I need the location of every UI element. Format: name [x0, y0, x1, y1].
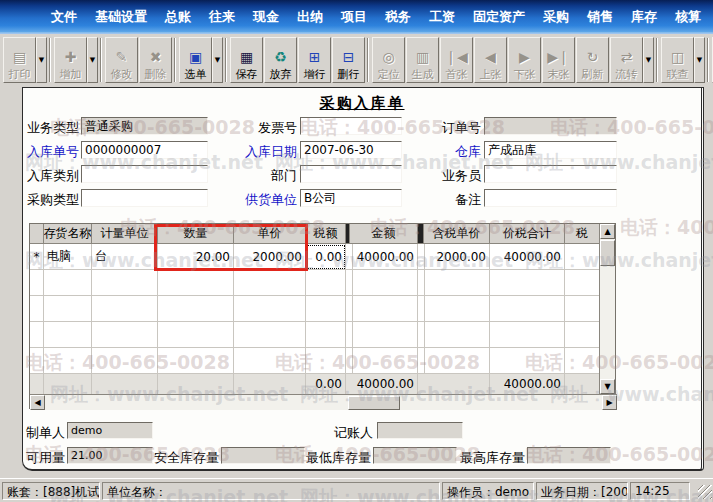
print-dropdown-arrow-icon[interactable]: ▼ [36, 37, 47, 83]
cell-qty[interactable]: 20.00 [158, 244, 234, 270]
add-button[interactable]: ✚增加 [54, 37, 87, 83]
available-qty-field[interactable] [67, 447, 153, 464]
remark-field[interactable] [484, 189, 617, 207]
linked-query-icon: ◫ [671, 46, 684, 68]
scroll-up-button[interactable]: ▲ [600, 224, 615, 239]
menubar-item-8[interactable]: 工资 [420, 6, 464, 28]
supplier-field[interactable] [300, 189, 402, 207]
salesperson-label: 业务员 [417, 167, 481, 185]
menubar-item-2[interactable]: 总账 [156, 6, 200, 28]
cell-tax[interactable]: 0.00 [306, 244, 346, 270]
row-marker-cell: * [30, 244, 44, 270]
safety-stock-field[interactable] [221, 447, 305, 464]
vertical-scroll-thumb[interactable] [600, 240, 615, 266]
edit-icon: ✎ [116, 46, 128, 68]
cell-amount[interactable]: 40000.00 [350, 244, 418, 270]
insert-row-icon: ⊞ [309, 46, 321, 68]
column-header-tax[interactable]: 税额 [306, 224, 346, 244]
flow-button[interactable]: ⇄流转 [610, 37, 643, 83]
first-button[interactable]: ❘◀首张 [440, 37, 473, 83]
column-header-total-with-tax[interactable]: 价税合计 [490, 224, 565, 244]
order-no-field[interactable] [484, 117, 617, 135]
menubar-item-9[interactable]: 固定资产 [464, 6, 534, 28]
available-qty-label: 可用量 [25, 449, 65, 467]
locate-label: 定位 [378, 68, 400, 81]
horizontal-scrollbar[interactable]: ◀ ▶ [30, 394, 617, 410]
linked-query-label: 联查 [667, 68, 689, 81]
menubar-item-1[interactable]: 基础设置 [86, 6, 156, 28]
toolbar-separator [707, 38, 709, 82]
business-type-field[interactable] [81, 117, 208, 135]
column-header-price[interactable]: 单价 [234, 224, 306, 244]
cell-price[interactable]: 2000.00 [234, 244, 306, 270]
delete-row-button[interactable]: ⊟删行 [332, 37, 365, 83]
menubar-item-13[interactable]: 核算 [666, 6, 710, 28]
column-header-qty[interactable]: 数量 [158, 224, 234, 244]
scroll-left-button[interactable]: ◀ [30, 395, 45, 410]
delete-button[interactable]: ✖删除 [139, 37, 172, 83]
scroll-down-button[interactable]: ▼ [600, 379, 615, 394]
cell-tax-rate[interactable] [565, 244, 600, 270]
linked-query-button[interactable]: ◫联查 [661, 37, 694, 83]
column-header-unit[interactable]: 计量单位 [92, 224, 158, 244]
next-button[interactable]: ▶下张 [508, 37, 541, 83]
flow-dropdown-arrow-icon[interactable]: ▼ [643, 37, 654, 83]
menubar-item-12[interactable]: 库存 [622, 6, 666, 28]
delete-row-label: 删行 [338, 68, 360, 81]
column-header-inventory[interactable]: 存货名称 [44, 224, 92, 244]
linked-query-dropdown-arrow-icon[interactable]: ▼ [694, 37, 705, 83]
scroll-right-button[interactable]: ▶ [602, 395, 617, 410]
purchase-type-field[interactable] [81, 189, 208, 207]
invoice-no-field[interactable] [300, 117, 402, 135]
bookkeeper-field[interactable] [377, 422, 463, 439]
column-header-tax-rate[interactable]: 税 [565, 224, 600, 244]
cell-taxed-price[interactable]: 2000.00 [424, 244, 490, 270]
add-dropdown-arrow-icon[interactable]: ▼ [87, 37, 98, 83]
menubar-item-11[interactable]: 销售 [578, 6, 622, 28]
select-order-button[interactable]: ▣选单 [179, 37, 212, 83]
menubar-item-10[interactable]: 采购 [534, 6, 578, 28]
locate-icon: ◎ [382, 46, 394, 68]
column-header-amount[interactable]: 金额 [350, 224, 418, 244]
menubar-item-3[interactable]: 往来 [200, 6, 244, 28]
locate-button[interactable]: ◎定位 [372, 37, 405, 83]
min-stock-field[interactable] [373, 447, 457, 464]
vertical-scrollbar[interactable]: ▲ ▼ [599, 224, 615, 394]
refresh-button[interactable]: ↻刷新 [576, 37, 609, 83]
salesperson-field[interactable] [484, 165, 617, 183]
last-button[interactable]: ▶❘末张 [542, 37, 575, 83]
last-label: 末张 [548, 68, 570, 81]
menubar-item-7[interactable]: 税务 [376, 6, 420, 28]
supplier-label: 供货单位 [233, 191, 297, 209]
column-header-taxed-price[interactable]: 含税单价 [424, 224, 490, 244]
menubar-item-6[interactable]: 项目 [332, 6, 376, 28]
save-button[interactable]: ▦保存 [230, 37, 263, 83]
receipt-no-field[interactable] [81, 141, 208, 159]
maker-field[interactable] [67, 422, 153, 439]
cell-inventory[interactable]: 电脑 [44, 244, 92, 270]
discard-button[interactable]: ♻放弃 [264, 37, 297, 83]
bookkeeper-label: 记账人 [329, 424, 373, 442]
select-order-dropdown-arrow-icon[interactable]: ▼ [212, 37, 223, 83]
print-button[interactable]: ▤打印 [3, 37, 36, 83]
menubar-item-0[interactable]: 文件 [42, 6, 86, 28]
menubar-item-5[interactable]: 出纳 [288, 6, 332, 28]
warehouse-field[interactable] [484, 141, 617, 159]
department-field[interactable] [300, 165, 402, 183]
cell-total-with-tax[interactable]: 40000.00 [490, 244, 565, 270]
generate-button[interactable]: ▥生成 [406, 37, 439, 83]
modify-button[interactable]: ✎修改 [105, 37, 138, 83]
toolbar-separator [367, 38, 369, 82]
maker-label: 制单人 [25, 424, 65, 442]
receipt-category-field[interactable] [81, 165, 208, 183]
total-with-tax: 40000.00 [490, 374, 565, 394]
horizontal-scroll-thumb[interactable] [348, 396, 400, 410]
cell-unit[interactable]: 台 [92, 244, 158, 270]
first-label: 首张 [446, 68, 468, 81]
insert-row-button[interactable]: ⊞增行 [298, 37, 331, 83]
resize-grip[interactable] [698, 485, 712, 499]
max-stock-field[interactable] [527, 447, 611, 464]
prev-button[interactable]: ◀上张 [474, 37, 507, 83]
receipt-date-field[interactable] [300, 141, 402, 159]
menubar-item-4[interactable]: 现金 [244, 6, 288, 28]
